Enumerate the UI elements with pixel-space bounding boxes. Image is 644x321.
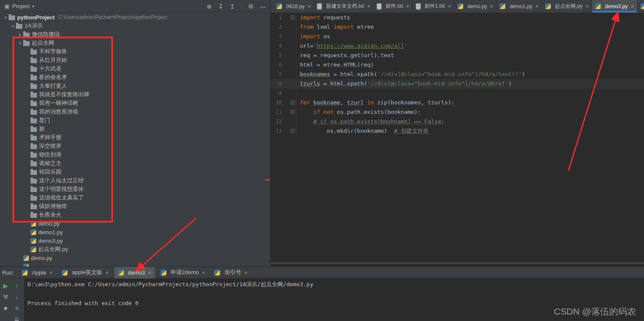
tree-item-长夜余火[interactable]: 长夜余火: [0, 211, 270, 219]
close-icon[interactable]: ×: [367, 3, 370, 9]
tree-item-夜的命名术[interactable]: 夜的命名术: [0, 73, 270, 82]
line-number[interactable]: 4: [271, 41, 282, 51]
editor-tab-邮件.txt[interactable]: 邮件.txt×: [374, 0, 413, 12]
scroll-to-end-icon[interactable]: ⇊: [14, 316, 19, 321]
fold-icon[interactable]: −: [291, 15, 295, 19]
fold-icon[interactable]: −: [291, 129, 295, 133]
line-number[interactable]: 9: [271, 89, 282, 98]
tree-item-pythonProject[interactable]: ▾pythonProjectC:\Users\admin\PycharmProj…: [0, 13, 270, 21]
project-panel-title[interactable]: Project: [12, 3, 29, 9]
close-icon[interactable]: ×: [202, 269, 205, 276]
line-number[interactable]: 2: [271, 22, 282, 32]
code-line-8[interactable]: 8tzurls = html.xpath('//div[@class="book…: [271, 79, 644, 89]
expand-all-icon[interactable]: ↧: [218, 3, 223, 9]
tree-item-微信防撤回[interactable]: ▸微信防撤回: [0, 30, 270, 39]
close-icon[interactable]: ×: [244, 269, 247, 276]
close-icon[interactable]: ×: [535, 3, 539, 9]
code-line-1[interactable]: 1−import requests: [271, 13, 644, 22]
line-number[interactable]: 12: [271, 117, 282, 126]
tree-item-demo.py[interactable]: demo.py: [0, 254, 270, 262]
close-icon[interactable]: ×: [105, 269, 109, 276]
editor-horizontal-scrollbar[interactable]: [271, 263, 644, 264]
fold-gutter[interactable]: −: [282, 126, 296, 136]
tool-window-icon[interactable]: ▣: [4, 3, 9, 9]
close-icon[interactable]: ×: [490, 3, 494, 9]
chevron-down-icon[interactable]: ▾: [32, 4, 34, 9]
tree-item-诡秘之主[interactable]: 诡秘之主: [0, 159, 270, 168]
editor-tab-新建文本文档.txt[interactable]: 新建文本文档.txt×: [314, 0, 374, 12]
code-line-2[interactable]: 2from lxml import etree: [271, 22, 644, 32]
close-icon[interactable]: ×: [631, 3, 634, 9]
tree-item-镇妖博物馆[interactable]: 镇妖博物馆: [0, 202, 270, 211]
close-icon[interactable]: ×: [148, 269, 151, 276]
code-area[interactable]: 1−import requests2from lxml import etree…: [271, 13, 644, 266]
fold-icon[interactable]: −: [291, 101, 295, 104]
chevron-right-icon[interactable]: ▸: [17, 32, 23, 37]
tree-item-从红月开始[interactable]: 从红月开始: [0, 56, 270, 64]
stop-icon[interactable]: ■: [4, 305, 7, 311]
line-number[interactable]: 5: [271, 51, 282, 60]
code-line-12[interactable]: 12 # if os.path.exists(bookname) == Fals…: [271, 117, 644, 126]
editor-tab-0618.py[interactable]: 0618.py×: [273, 0, 314, 12]
tree-item-术师手册[interactable]: 术师手册: [0, 133, 270, 142]
code-line-7[interactable]: 7booknames = html.xpath('//div[@class="b…: [271, 70, 644, 79]
tree-item-星门[interactable]: 星门: [0, 116, 270, 125]
line-number[interactable]: 13: [271, 126, 282, 136]
code-line-9[interactable]: 9: [271, 89, 644, 98]
chevron-down-icon[interactable]: ▾: [10, 24, 16, 28]
editor-tab-demo1.py[interactable]: demo1.py×: [497, 0, 542, 12]
line-number[interactable]: 6: [271, 60, 282, 70]
close-icon[interactable]: ×: [448, 3, 451, 9]
code-line-10[interactable]: 10−for bookname, tzurl in zip(booknames,…: [271, 98, 644, 107]
tree-item-我有一棵神话树[interactable]: 我有一棵神话树: [0, 99, 270, 107]
fold-gutter[interactable]: −: [282, 13, 296, 22]
tree-item-我的治愈系游戏[interactable]: 我的治愈系游戏: [0, 107, 270, 116]
tree-item-不科学御兽[interactable]: 不科学御兽: [0, 47, 270, 56]
close-icon[interactable]: ×: [49, 269, 53, 276]
editor-tab-demo3.py[interactable]: demo3.py×: [592, 0, 637, 12]
line-number[interactable]: 3: [271, 32, 282, 41]
editor-tab-起点全网.py[interactable]: 起点全网.py×: [542, 0, 592, 12]
tree-item-我就是不按套路出牌[interactable]: 我就是不按套路出牌: [0, 90, 270, 99]
code-line-13[interactable]: 13− os.mkdir(bookname) # 创建文件夹: [271, 126, 644, 136]
editor-tab-demo.py[interactable]: demo.py×: [455, 0, 497, 12]
line-number[interactable]: 1: [271, 13, 282, 22]
tree-item-深空彼岸[interactable]: 深空彼岸: [0, 142, 270, 150]
console-menu-icon[interactable]: ≡: [15, 305, 18, 311]
fold-gutter[interactable]: −: [282, 107, 296, 117]
tree-item-demo.py[interactable]: demo.py: [0, 219, 270, 228]
tree-item-大奉打更人[interactable]: 大奉打更人: [0, 82, 270, 90]
run-tab-申请2demo[interactable]: 申请2demo×: [157, 267, 209, 278]
run-tab-Apple[interactable]: Apple×: [18, 267, 56, 278]
chevron-down-icon[interactable]: ▾: [17, 41, 23, 46]
editor-tab-clipped[interactable]: [638, 0, 644, 12]
fold-icon[interactable]: −: [291, 110, 295, 114]
close-icon[interactable]: ×: [308, 3, 311, 9]
line-number[interactable]: 8: [271, 79, 282, 89]
tree-item-轮回乐园[interactable]: 轮回乐园: [0, 168, 270, 176]
close-icon[interactable]: ×: [586, 3, 589, 9]
hide-panel-icon[interactable]: —: [260, 3, 266, 9]
tree-item-这游戏也太真实了[interactable]: 这游戏也太真实了: [0, 193, 270, 202]
move-up-icon[interactable]: ↑: [15, 283, 18, 289]
tree-item-十方武圣[interactable]: 十方武圣: [0, 64, 270, 73]
tree-item-稳住别浪[interactable]: 稳住别浪: [0, 150, 270, 159]
tree-item-partial[interactable]: [0, 262, 270, 266]
chevron-down-icon[interactable]: ▾: [3, 15, 9, 20]
code-line-11[interactable]: 11− if not os.path.exists(bookname):: [271, 107, 644, 117]
console-output[interactable]: D:\an3\python.exe C:/Users/admin/Pycharm…: [24, 278, 644, 321]
run-tab-demo3[interactable]: demo3×: [114, 267, 155, 278]
tree-item-1A演示[interactable]: ▾1A演示: [0, 21, 270, 30]
tree-item-朕[interactable]: 朕: [0, 125, 270, 133]
code-line-4[interactable]: 4url='https://www.qidian.com/all': [271, 41, 644, 51]
editor-tab-邮件1.txt[interactable]: 邮件1.txt×: [413, 0, 455, 12]
line-number[interactable]: 10: [271, 98, 282, 107]
code-line-3[interactable]: 3import os: [271, 32, 644, 41]
settings-wrench-icon[interactable]: ⚒: [3, 294, 9, 300]
rerun-icon[interactable]: ▶: [3, 283, 8, 289]
fold-gutter[interactable]: −: [282, 98, 296, 107]
tree-item-demo1.py[interactable]: demo1.py: [0, 228, 270, 236]
close-icon[interactable]: ×: [406, 3, 409, 9]
run-tab-加引号[interactable]: 加引号×: [211, 267, 251, 278]
code-line-5[interactable]: 5req = requests.get(url).text: [271, 51, 644, 60]
